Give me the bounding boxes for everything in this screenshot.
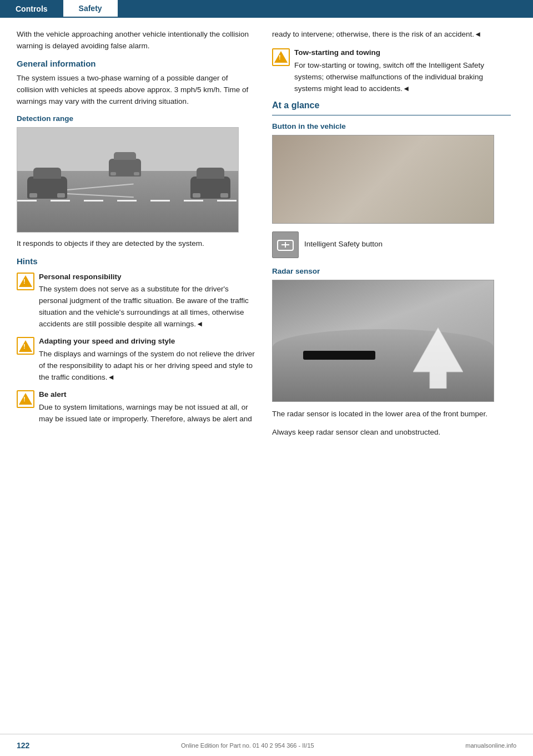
svg-marker-5 <box>413 327 463 389</box>
intro-text-right: ready to intervene; otherwise, there is … <box>272 29 511 41</box>
warning-body-1: The system does not serve as a substitut… <box>39 284 255 330</box>
left-column: With the vehicle approaching another veh… <box>17 29 255 445</box>
warning-icon-3 <box>17 390 34 408</box>
right-column: ready to intervene; otherwise, there is … <box>272 29 511 445</box>
warning-title-2: Adapting your speed and driving style <box>39 336 255 347</box>
tow-warning-body: For tow-starting or towing, switch off t… <box>294 60 511 95</box>
detection-range-heading: Detection range <box>17 114 255 123</box>
lane-markings <box>17 200 238 201</box>
far-car <box>109 159 141 177</box>
footer-brand: manualsonline.info <box>465 742 516 749</box>
triangle-icon-1 <box>19 275 32 287</box>
triangle-icon-2 <box>19 340 32 352</box>
warning-icon-2 <box>17 337 34 355</box>
ego-car <box>27 177 67 199</box>
page-number: 122 <box>17 741 29 750</box>
intro-text-left: With the vehicle approaching another veh… <box>17 29 255 52</box>
warning-icon-1 <box>17 273 34 290</box>
general-information-body: The system issues a two-phase warning of… <box>17 73 255 108</box>
warning-be-alert: Be alert Due to system limitations, warn… <box>17 389 255 425</box>
warning-title-3: Be alert <box>39 389 255 401</box>
intelligent-safety-label: Intelligent Safety button <box>304 239 383 250</box>
divider-at-a-glance <box>272 115 511 115</box>
triangle-icon-tow <box>274 51 288 63</box>
radar-sensor-body2: Always keep radar sensor clean and unobs… <box>272 427 511 439</box>
detection-range-after-text: It responds to objects if they are detec… <box>17 238 255 250</box>
general-information-heading: General information <box>17 59 255 68</box>
warning-body-3: Due to system limitations, warnings may … <box>39 402 255 425</box>
button-in-vehicle-heading: Button in the vehicle <box>272 122 511 130</box>
warning-text-1: Personal responsibility The system does … <box>39 271 255 331</box>
radar-sensor-heading: Radar sensor <box>272 267 511 275</box>
tab-controls[interactable]: Controls <box>0 0 63 18</box>
radar-sensor-image <box>272 280 494 402</box>
radar-arrow-container <box>413 327 463 390</box>
warning-text-3: Be alert Due to system limitations, warn… <box>39 389 255 425</box>
detection-range-image <box>17 127 239 233</box>
warning-icon-tow <box>272 48 290 66</box>
tow-warning-text: Tow-starting and towing For tow-starting… <box>294 47 511 95</box>
vehicle-interior-bg <box>273 135 494 223</box>
right-car <box>190 177 230 199</box>
warning-adapt-speed: Adapting your speed and driving style Th… <box>17 336 255 384</box>
tow-warning-block: Tow-starting and towing For tow-starting… <box>272 47 511 95</box>
content-area: With the vehicle approaching another veh… <box>0 18 533 478</box>
intelligent-safety-icon <box>272 231 299 258</box>
warning-title-1: Personal responsibility <box>39 271 255 283</box>
warning-text-2: Adapting your speed and driving style Th… <box>39 336 255 384</box>
warning-personal-responsibility: Personal responsibility The system does … <box>17 271 255 331</box>
hints-heading: Hints <box>17 256 255 266</box>
radar-sensor-body1: The radar sensor is located in the lower… <box>272 409 511 420</box>
button-vehicle-image: ン <box>272 135 494 224</box>
at-a-glance-heading: At a glance <box>272 100 511 110</box>
footer: 122 Online Edition for Part no. 01 40 2 … <box>0 734 533 756</box>
radar-strip <box>303 351 375 360</box>
tab-safety[interactable]: Safety <box>63 0 118 18</box>
triangle-icon-3 <box>19 393 32 405</box>
tow-warning-title: Tow-starting and towing <box>294 47 511 59</box>
header-tabs: Controls Safety <box>0 0 533 18</box>
warning-body-2: The displays and warnings of the system … <box>39 349 255 384</box>
footer-edition-text: Online Edition for Part no. 01 40 2 954 … <box>181 742 314 749</box>
intelligent-safety-block: Intelligent Safety button <box>272 231 511 258</box>
